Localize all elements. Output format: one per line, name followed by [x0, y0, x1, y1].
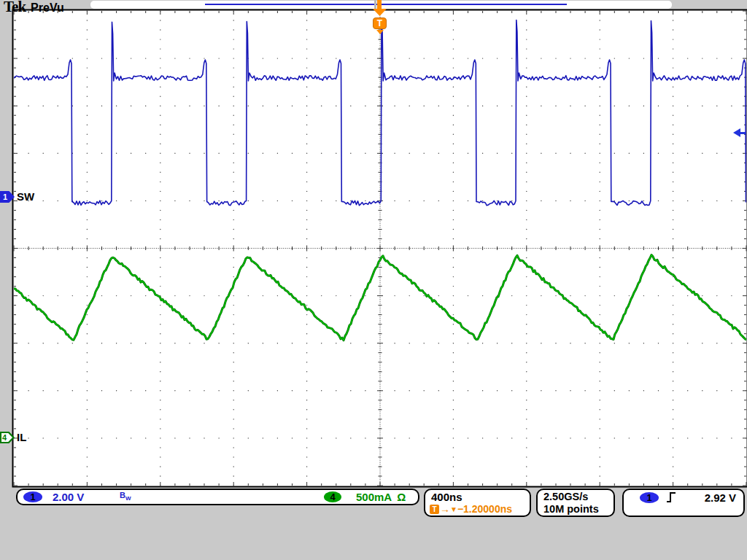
bandwidth-limit-icon: BW [120, 491, 131, 502]
impedance-icon: Ω [397, 491, 406, 503]
trigger-flag[interactable]: T [373, 18, 387, 29]
channel1-badge[interactable]: 1 [23, 491, 42, 502]
rising-edge-icon [666, 491, 676, 504]
record-length: 10M points [543, 503, 599, 516]
acquisition-status: PreVu [31, 1, 64, 14]
trigger-level-arrow-tail [740, 132, 746, 134]
oscilloscope-screen: TekPreVu T 1 SW 4 IL 1 2.00 V BW 4 500mA… [0, 0, 747, 560]
channel4-marker-number: 4 [2, 432, 12, 443]
acquisition-readout: 2.50GS/s 10M points [543, 491, 599, 516]
channel4-scale-readout: 500mAΩ [356, 491, 406, 503]
trigger-position-arrow-icon [377, 0, 382, 9]
graticule-and-waveforms [0, 0, 747, 560]
record-window-indicator [205, 4, 567, 5]
acquisition-readout-box[interactable]: 2.50GS/s 10M points [536, 489, 615, 517]
tek-logo: Tek [4, 0, 26, 15]
channel4-waveform-label: IL [17, 431, 26, 443]
trigger-readout-box[interactable]: 1 2.92 V [622, 489, 745, 517]
timebase-readout: 400ns [431, 491, 462, 503]
horizontal-readout-box[interactable]: 400ns T→▼−1.20000ns [424, 489, 531, 517]
trigger-marker-icon: ▼ [450, 505, 457, 513]
trigger-level-readout: 2.92 V [705, 491, 736, 504]
trigger-source-badge[interactable]: 1 [640, 492, 659, 503]
channel1-scale-readout: 2.00 V [53, 491, 84, 503]
channel-readout-box[interactable]: 1 2.00 V BW 4 500mAΩ [16, 489, 419, 505]
trigger-delay-readout: T→▼−1.20000ns [430, 503, 512, 515]
trigger-delay-value: −1.20000ns [457, 503, 512, 515]
arrow-right-icon: → [440, 503, 450, 515]
header: TekPreVu [4, 0, 64, 16]
channel4-badge[interactable]: 4 [324, 491, 341, 502]
channel1-waveform-label: SW [17, 190, 34, 203]
sample-rate: 2.50GS/s [543, 491, 599, 503]
trigger-position-arrow-icon [374, 0, 376, 9]
trigger-t-icon: T [430, 505, 439, 514]
